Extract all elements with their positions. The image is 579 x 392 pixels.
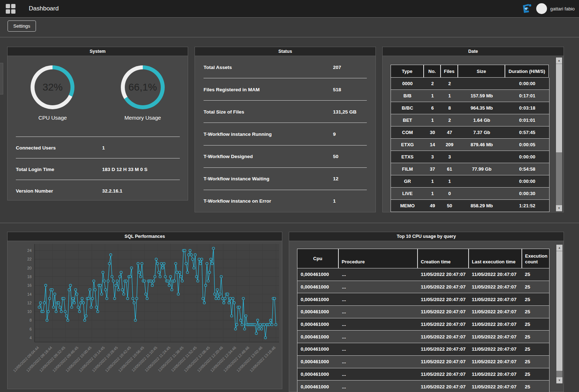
table-row[interactable]: LIVE100:00:30 <box>391 188 550 200</box>
separator <box>0 37 579 37</box>
date-table-scrollbar[interactable]: ▲ ▼ <box>556 57 562 211</box>
table-cell: ... <box>339 318 418 331</box>
user-avatar[interactable] <box>536 3 547 14</box>
table-cell: 25 <box>521 368 549 381</box>
row-label: Connected Users <box>16 145 56 150</box>
table-cell: 0,000461000 <box>297 281 339 293</box>
scrollbar-thumb[interactable] <box>556 64 562 152</box>
table-cell: 0,000461000 <box>297 306 339 318</box>
scroll-up-icon[interactable]: ▲ <box>556 245 562 251</box>
topbar-user-area: gattari fabio <box>519 0 575 17</box>
table-cell: 25 <box>521 306 549 318</box>
system-panel-title: System <box>8 47 188 56</box>
scroll-down-icon[interactable]: ▼ <box>556 377 562 383</box>
top10-table-scrollbar[interactable]: ▲ ▼ <box>556 245 562 383</box>
table-cell: ... <box>339 368 418 381</box>
table-cell: 3 <box>441 151 458 163</box>
table-cell: B/BC <box>391 102 424 114</box>
column-header: Size <box>458 65 505 78</box>
table-cell: 0000 <box>391 78 424 89</box>
table-cell: 7.37 Gb <box>458 126 505 138</box>
table-cell: 11/05/2022 20:47:07 <box>469 381 522 392</box>
svg-text:10: 10 <box>27 309 32 314</box>
table-header: TypeNo.FilesSizeDuration (H/M/S) <box>391 65 550 78</box>
table-row[interactable]: BET121.64 Gb0:01:01 <box>391 114 550 126</box>
table-cell: 0,000461000 <box>297 268 339 281</box>
table-row[interactable]: 0,000461000...11/05/2022 20:47:0711/05/2… <box>297 281 550 294</box>
scroll-up-icon[interactable]: ▲ <box>556 57 562 64</box>
top10-table: CpuProcedureCreation timeLast execution … <box>297 249 550 392</box>
system-panel: System 32%CPU Usage66,1%Memory Usage Con… <box>7 47 188 200</box>
status-rows: Total Assets207Files Registered in MAM51… <box>204 56 367 212</box>
status-row: T-Workflow instance Running9 <box>204 123 367 145</box>
column-header: Creation time <box>418 249 469 268</box>
table-cell: 0:00:00 <box>505 175 549 187</box>
table-cell: 0:00:00 <box>505 78 549 89</box>
gauge-value: 66,1% <box>125 69 161 105</box>
separator <box>0 223 579 223</box>
row-value: 518 <box>333 87 341 92</box>
table-cell: 11/05/2022 20:47:07 <box>418 318 469 331</box>
sidebar-collapsed-handle[interactable] <box>0 63 3 94</box>
user-name: gattari fabio <box>550 6 575 11</box>
table-cell: 25 <box>521 381 549 392</box>
svg-text:14: 14 <box>27 292 32 296</box>
table-row[interactable]: FILM376177.99 Gb0:54:58 <box>391 163 550 175</box>
table-row[interactable]: 0,000461000...11/05/2022 20:47:0711/05/2… <box>297 306 550 318</box>
table-cell: 61 <box>441 163 458 175</box>
table-row[interactable]: ETXS330:00:00 <box>391 151 550 163</box>
table-cell: 77.99 Gb <box>458 163 505 175</box>
row-label: Total Assets <box>204 64 232 70</box>
table-row[interactable]: 0,000461000...11/05/2022 20:47:0711/05/2… <box>297 293 550 306</box>
table-cell: ... <box>339 381 418 392</box>
date-panel: Date TypeNo.FilesSizeDuration (H/M/S)000… <box>382 47 564 212</box>
table-row[interactable]: B/BC68964.35 Mb0:03:18 <box>391 102 550 114</box>
table-cell: 0,000461000 <box>297 356 339 368</box>
table-row[interactable]: 0,000461000...11/05/2022 20:47:0711/05/2… <box>297 331 550 343</box>
table-row[interactable]: ETXG14209879.46 Mb0:00:05 <box>391 139 550 151</box>
table-cell: ... <box>339 356 418 368</box>
table-row[interactable]: GR110:00:00 <box>391 175 550 188</box>
scroll-down-icon[interactable]: ▼ <box>556 205 562 211</box>
row-label: T-Workflow instance on Error <box>204 198 271 204</box>
table-cell: LIVE <box>391 188 424 199</box>
table-row[interactable]: 0,000461000...11/05/2022 20:47:0711/05/2… <box>297 268 550 281</box>
table-cell: 25 <box>521 293 549 305</box>
table-row[interactable]: COM30477.37 Gb0:57:45 <box>391 126 550 139</box>
donut-gauge: 32% <box>31 65 74 109</box>
table-row[interactable]: MEMO4950858.29 Mb1:21:52 <box>391 200 550 212</box>
table-cell: 25 <box>521 356 549 368</box>
status-panel-body: Total Assets207Files Registered in MAM51… <box>195 56 375 212</box>
table-row[interactable]: 0000220:00:00 <box>391 78 550 90</box>
table-row[interactable]: 0,000461000...11/05/2022 20:47:0711/05/2… <box>297 343 550 356</box>
table-cell: 0,000461000 <box>297 381 339 392</box>
table-cell: 2 <box>441 78 458 89</box>
table-row[interactable]: 0,000461000...11/05/2022 20:47:0711/05/2… <box>297 318 550 331</box>
table-cell: 11/05/2022 20:47:07 <box>469 331 522 343</box>
row-label: T-Workflow Designed <box>204 154 253 159</box>
table-row[interactable]: 0,000461000...11/05/2022 20:47:0711/05/2… <box>297 381 550 392</box>
settings-button[interactable]: Settings <box>8 20 36 32</box>
table-row[interactable]: B/B11157.59 Mb0:17:01 <box>391 90 550 102</box>
table-row[interactable]: 0,000461000...11/05/2022 20:47:0711/05/2… <box>297 356 550 368</box>
gauge: 32%CPU Usage <box>8 65 98 121</box>
table-cell: 11/05/2022 20:47:07 <box>418 331 469 343</box>
system-panel-body: 32%CPU Usage66,1%Memory Usage Connected … <box>8 56 188 200</box>
table-cell: 11/05/2022 20:47:07 <box>469 343 522 355</box>
table-cell: 0 <box>441 188 458 199</box>
row-label: Files Registered in MAM <box>204 87 260 92</box>
table-cell: 11/05/2022 20:47:07 <box>469 268 522 281</box>
table-cell: 11/05/2022 20:47:07 <box>469 368 522 381</box>
table-row[interactable]: 0,000461000...11/05/2022 20:47:0711/05/2… <box>297 368 550 381</box>
column-header: Duration (H/M/S) <box>505 65 549 78</box>
scrollbar-thumb[interactable] <box>556 251 562 371</box>
table-cell: 157.59 Mb <box>458 90 505 102</box>
table-cell: MEMO <box>391 200 424 212</box>
date-panel-title: Date <box>383 47 564 56</box>
apps-grid-icon[interactable] <box>6 4 15 14</box>
table-cell: 11/05/2022 20:47:07 <box>418 306 469 318</box>
table-cell <box>458 78 505 89</box>
gauge-value: 32% <box>35 69 70 105</box>
top10-panel-title: Top 10 CPU usage by query <box>289 232 564 241</box>
table-cell: ... <box>339 331 418 343</box>
